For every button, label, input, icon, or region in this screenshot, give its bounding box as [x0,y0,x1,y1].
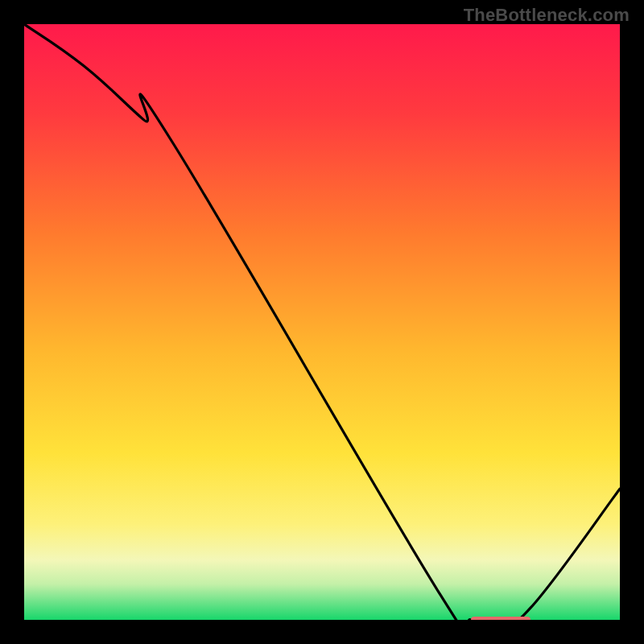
chart-svg [24,24,620,620]
chart-container: TheBottleneck.com [0,0,644,644]
gradient-rect [24,24,620,620]
watermark-text: TheBottleneck.com [464,5,630,26]
optimum-marker [471,617,530,620]
plot-area [24,24,620,620]
